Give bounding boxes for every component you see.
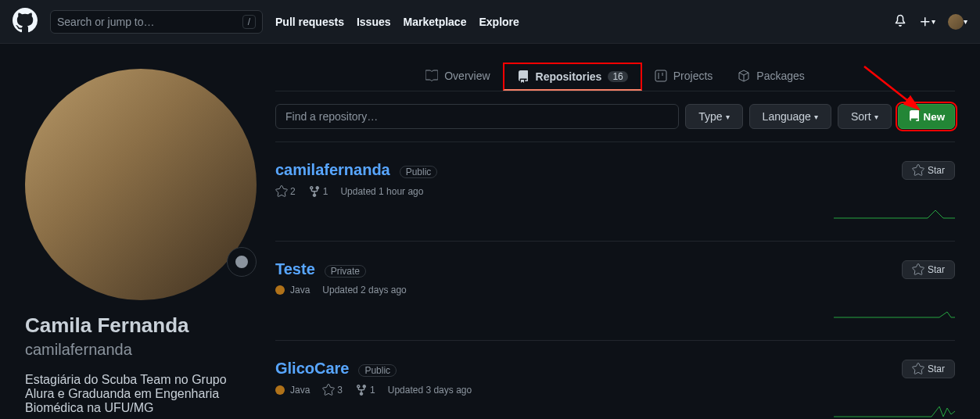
- repo-link[interactable]: GlicoCare: [275, 360, 349, 377]
- profile-bio: Estagiária do Scuba Team no Grupo Alura …: [25, 373, 257, 415]
- profile-username: camilafernanda: [25, 338, 257, 360]
- language-tag: Java: [275, 385, 310, 396]
- profile-avatar[interactable]: [25, 69, 257, 300]
- activity-sparkline: [834, 298, 955, 321]
- activity-sparkline: [834, 397, 955, 419]
- repo-list: camilafernanda Public 2 1 Updated 1 hour…: [275, 141, 955, 419]
- star-button[interactable]: Star: [902, 260, 955, 279]
- repo-count-badge: 16: [608, 71, 627, 82]
- stars-count[interactable]: 2: [275, 185, 296, 198]
- new-repo-button[interactable]: New: [898, 104, 955, 129]
- find-repo-input[interactable]: [275, 104, 679, 129]
- updated-text: Updated 3 days ago: [388, 385, 472, 396]
- tab-overview[interactable]: Overview: [413, 63, 502, 91]
- visibility-badge: Public: [358, 364, 397, 377]
- user-menu[interactable]: ▾: [948, 14, 967, 30]
- tab-label: Projects: [673, 70, 713, 82]
- language-filter-button[interactable]: Language▾: [749, 104, 831, 129]
- caret-down-icon: ▾: [932, 17, 935, 26]
- global-search[interactable]: /: [50, 10, 263, 34]
- sort-filter-button[interactable]: Sort▾: [838, 104, 892, 129]
- github-logo-icon[interactable]: [13, 8, 38, 35]
- forks-count[interactable]: 1: [355, 384, 375, 396]
- caret-down-icon: ▾: [964, 17, 967, 26]
- profile-sidebar: Camila Fernanda camilafernanda Estagiári…: [25, 69, 257, 419]
- global-header: / Pull requests Issues Marketplace Explo…: [0, 0, 980, 44]
- updated-text: Updated 2 days ago: [322, 285, 406, 295]
- visibility-badge: Private: [325, 265, 366, 278]
- tab-projects[interactable]: Projects: [642, 63, 726, 91]
- visibility-badge: Public: [400, 166, 438, 178]
- tab-repositories[interactable]: Repositories 16: [503, 63, 642, 91]
- updated-text: Updated 1 hour ago: [340, 186, 423, 197]
- repo-link[interactable]: Teste: [275, 260, 315, 278]
- repo-link[interactable]: camilafernanda: [275, 161, 390, 178]
- search-input[interactable]: [57, 16, 242, 28]
- nav-issues[interactable]: Issues: [357, 16, 391, 28]
- language-tag: Java: [275, 285, 310, 295]
- stars-count[interactable]: 3: [322, 384, 343, 396]
- star-button[interactable]: Star: [902, 161, 955, 180]
- nav-marketplace[interactable]: Marketplace: [404, 16, 467, 28]
- repo-item: GlicoCare Public Java 3 1 Updated 3 days…: [275, 340, 955, 419]
- repo-filters: Type▾ Language▾ Sort▾ New: [275, 104, 955, 129]
- avatar-icon: [948, 14, 964, 30]
- slash-key-icon: /: [242, 15, 256, 29]
- forks-count[interactable]: 1: [308, 185, 328, 198]
- activity-sparkline: [834, 199, 955, 222]
- tab-label: Overview: [444, 70, 490, 82]
- header-right: ▾ ▾: [894, 14, 967, 30]
- set-status-button[interactable]: [227, 247, 257, 277]
- profile-fullname: Camila Fernanda: [25, 313, 257, 338]
- repo-item: camilafernanda Public 2 1 Updated 1 hour…: [275, 141, 955, 241]
- star-button[interactable]: Star: [902, 360, 955, 378]
- nav-explore[interactable]: Explore: [479, 16, 519, 28]
- nav-pull-requests[interactable]: Pull requests: [275, 16, 344, 28]
- type-filter-button[interactable]: Type▾: [685, 104, 742, 129]
- primary-nav: Pull requests Issues Marketplace Explore: [275, 16, 519, 28]
- tab-label: Repositories: [536, 70, 602, 83]
- tab-label: Packages: [756, 70, 804, 82]
- svg-rect-0: [655, 70, 666, 81]
- notifications-icon[interactable]: [894, 14, 906, 29]
- tab-packages[interactable]: Packages: [725, 63, 817, 91]
- repo-item: Teste Private Java Updated 2 days ago St…: [275, 241, 955, 340]
- create-new-dropdown[interactable]: ▾: [919, 16, 935, 28]
- profile-tabs: Overview Repositories 16 Projects Packag…: [275, 63, 955, 91]
